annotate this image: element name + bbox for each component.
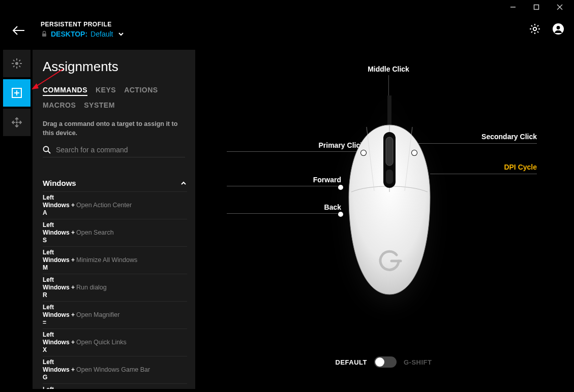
command-row[interactable]: Left Windows + X Open Quick Links	[43, 329, 187, 356]
profile-selector[interactable]: DESKTOP: Default	[41, 30, 124, 38]
profile-label: PERSISTENT PROFILE	[41, 21, 124, 28]
svg-rect-36	[386, 137, 393, 166]
main-area: Middle Click Primary Click Forward Back …	[196, 50, 571, 389]
profile-name: Default	[90, 30, 113, 38]
command-shortcut: Left Windows + S	[43, 221, 76, 244]
user-icon	[552, 23, 564, 35]
target-dot[interactable]	[338, 185, 343, 190]
command-name: Run dialog	[76, 284, 107, 292]
rail-assignments[interactable]	[3, 79, 31, 107]
search-icon	[43, 146, 51, 154]
search-input[interactable]	[56, 146, 185, 154]
callout-back[interactable]: Back	[227, 203, 341, 214]
svg-line-23	[19, 66, 21, 68]
svg-rect-37	[386, 170, 393, 184]
mouse-image	[339, 95, 440, 299]
svg-point-16	[557, 26, 560, 29]
target-dot[interactable]	[338, 212, 343, 217]
gshift-bar: DEFAULT G-SHIFT	[196, 356, 571, 368]
svg-point-6	[533, 27, 536, 30]
callout-label: Back	[227, 203, 341, 211]
chevron-up-icon	[180, 180, 187, 187]
search-bar	[43, 146, 185, 157]
command-shortcut: Left Windows + G	[43, 358, 76, 381]
command-name: Open Action Center	[76, 202, 132, 210]
back-button[interactable]	[11, 24, 25, 39]
svg-rect-1	[534, 5, 539, 10]
account-button[interactable]	[552, 22, 565, 36]
header-actions	[528, 22, 565, 36]
command-shortcut: Left Windows +	[43, 386, 76, 389]
svg-point-32	[44, 147, 49, 152]
command-row[interactable]: Left Windows + G Open Windows Game Bar	[43, 356, 187, 383]
svg-rect-5	[42, 34, 46, 37]
svg-rect-34	[387, 95, 391, 125]
command-row[interactable]: Left Windows + = Open Magnifier	[43, 301, 187, 329]
tab-actions[interactable]: ACTIONS	[124, 86, 158, 96]
command-row[interactable]: Left Windows + Hide/Show	[43, 383, 187, 389]
callout-forward[interactable]: Forward	[227, 176, 341, 186]
window-controls	[506, 0, 574, 14]
svg-line-11	[531, 25, 532, 26]
command-row[interactable]: Left Windows + R Run dialog	[43, 274, 187, 301]
profile-desktop-label: DESKTOP:	[51, 30, 87, 38]
command-row[interactable]: Left Windows + A Open Action Center	[43, 191, 187, 219]
rail-lighting[interactable]	[3, 50, 31, 77]
command-name: Minimize All Windows	[76, 256, 137, 265]
callout-line	[227, 213, 341, 214]
command-shortcut: Left Windows + =	[43, 304, 76, 326]
minimize-button[interactable]	[506, 0, 520, 14]
command-row[interactable]: Left Windows + S Open Search	[43, 219, 187, 246]
tab-macros[interactable]: MACROS	[43, 101, 76, 109]
svg-line-24	[13, 66, 15, 68]
svg-point-17	[15, 62, 18, 65]
panel-hint: Drag a command onto a target to assign i…	[43, 119, 185, 138]
svg-line-22	[13, 60, 15, 61]
callout-line	[227, 186, 341, 186]
command-row[interactable]: Left Windows + M Minimize All Windows	[43, 246, 187, 274]
mouse-diagram: Middle Click Primary Click Forward Back …	[196, 65, 571, 343]
chevron-down-icon	[118, 31, 124, 37]
callout-line	[430, 174, 537, 174]
target-dot[interactable]	[361, 150, 366, 155]
tab-system[interactable]: SYSTEM	[84, 101, 115, 109]
settings-button[interactable]	[528, 22, 541, 36]
svg-line-25	[19, 60, 21, 61]
command-shortcut: Left Windows + A	[43, 194, 76, 217]
callout-label: DPI Cycle	[504, 163, 537, 171]
target-dot[interactable]	[412, 150, 417, 155]
group-windows[interactable]: Windows	[43, 176, 187, 191]
gshift-label: G-SHIFT	[404, 358, 432, 366]
command-name: Open Search	[76, 229, 114, 237]
plus-icon	[11, 87, 22, 99]
callout-label: Secondary Click	[481, 133, 537, 141]
panel-tabs: COMMANDS KEYS ACTIONS MACROS SYSTEM	[43, 86, 185, 109]
brightness-icon	[11, 57, 23, 70]
tab-keys[interactable]: KEYS	[96, 86, 116, 96]
command-list[interactable]: Windows Left Windows + A Open Action Cen…	[43, 176, 192, 389]
command-name: Open Magnifier	[76, 311, 119, 319]
gear-icon	[529, 23, 541, 35]
left-rail	[3, 50, 31, 138]
move-icon	[11, 116, 23, 128]
panel-title: Assignments	[43, 59, 185, 75]
command-shortcut: Left Windows + R	[43, 276, 76, 299]
group-name: Windows	[43, 179, 76, 187]
lock-icon	[41, 30, 48, 38]
header: PERSISTENT PROFILE DESKTOP: Default	[41, 17, 564, 42]
tab-commands[interactable]: COMMANDS	[43, 86, 87, 96]
assignments-panel: Assignments COMMANDS KEYS ACTIONS MACROS…	[33, 50, 195, 389]
command-shortcut: Left Windows + X	[43, 331, 76, 354]
command-name: Open Windows Game Bar	[76, 366, 150, 374]
arrow-left-icon	[11, 24, 25, 37]
maximize-button[interactable]	[529, 0, 543, 14]
rail-sensitivity[interactable]	[3, 109, 31, 136]
command-name: Open Quick Links	[76, 339, 127, 347]
svg-line-12	[537, 31, 538, 32]
gshift-toggle[interactable]	[374, 356, 397, 368]
svg-line-33	[48, 151, 51, 154]
callout-label: Middle Click	[368, 65, 409, 73]
svg-line-13	[531, 31, 532, 32]
callout-label: Forward	[227, 176, 341, 184]
close-button[interactable]	[553, 0, 567, 14]
